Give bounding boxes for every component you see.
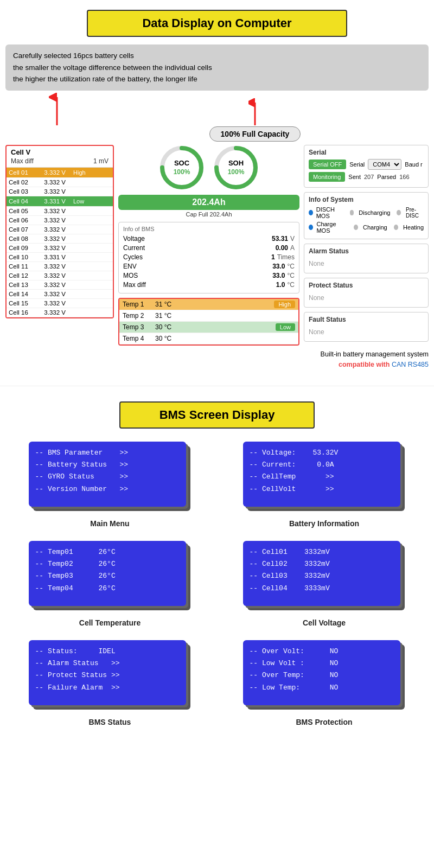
bms-info-row: Voltage 53.31V bbox=[123, 234, 295, 244]
builtin-line2-prefix: compatible with bbox=[339, 361, 392, 368]
screen-line: -- Voltage: 53.32V bbox=[250, 447, 394, 459]
disch-mos-row: DISCH MOS Discharging Pre-DISC bbox=[309, 206, 424, 219]
screen-front: -- Over Volt: NO-- Low Volt : NO-- Over … bbox=[243, 640, 400, 705]
bms-info-name: Voltage bbox=[123, 235, 145, 242]
alarm-section: Alarm Status None bbox=[304, 244, 429, 273]
cell-row: Cell 11 3.332 V bbox=[7, 262, 113, 271]
cell-voltage: 3.332 V bbox=[36, 226, 66, 233]
cell-voltage: 3.332 V bbox=[36, 300, 66, 307]
capacity-label: 100% Full Capacity bbox=[209, 126, 301, 142]
screen-front: -- Status: IDEL-- Alarm Status >>-- Prot… bbox=[29, 640, 186, 705]
screen-stack: -- Over Volt: NO-- Low Volt : NO-- Over … bbox=[243, 640, 406, 713]
temp-name: Temp 2 bbox=[123, 312, 155, 320]
cell-row: Cell 13 3.332 V bbox=[7, 280, 113, 290]
screen-item: -- Over Volt: NO-- Low Volt : NO-- Over … bbox=[225, 640, 423, 726]
gauge-soh-label: SOH 100% bbox=[228, 159, 245, 176]
screen-line: -- Temp03 26°C bbox=[35, 570, 180, 582]
cell-name: Cell 02 bbox=[9, 179, 36, 186]
cell-row: Cell 06 3.332 V bbox=[7, 216, 113, 225]
parsed-value: 166 bbox=[399, 174, 409, 180]
cell-name: Cell 16 bbox=[9, 309, 36, 316]
cell-name: Cell 15 bbox=[9, 300, 36, 307]
builtin-note: Built-in battery management system compa… bbox=[5, 349, 429, 370]
monitoring-button[interactable]: Monitoring bbox=[309, 172, 345, 182]
screen-line: -- CellTemp >> bbox=[250, 471, 394, 483]
cell-voltage: 3.332 V bbox=[36, 291, 66, 297]
screen-line: -- Low Temp: NO bbox=[250, 682, 394, 694]
bms-info-value: 1.0 bbox=[276, 281, 285, 289]
section-bms-screen: BMS Screen Display -- BMS Parameter >>--… bbox=[0, 392, 434, 737]
screen-line: -- Version Number >> bbox=[35, 483, 180, 495]
temp-row: Temp 1 31 °C High bbox=[119, 299, 298, 310]
screen-line: -- Cell01 3332mV bbox=[250, 546, 394, 558]
temp-value: 31 °C bbox=[155, 301, 274, 308]
cell-name: Cell 11 bbox=[9, 263, 36, 270]
cell-name: Cell 07 bbox=[9, 226, 36, 233]
cell-name: Cell 06 bbox=[9, 217, 36, 224]
cap-bar-sub: Cap Full 202.4Ah bbox=[118, 211, 299, 218]
section-data-display: Data Display on Computer Carefully selec… bbox=[0, 0, 434, 380]
cell-name: Cell 05 bbox=[9, 208, 36, 214]
bms-info-unit: V bbox=[290, 235, 295, 242]
screen-line: -- Over Temp: NO bbox=[250, 669, 394, 681]
main-title: Data Display on Computer bbox=[87, 10, 347, 37]
predisch-label: Pre-DISC bbox=[406, 207, 424, 219]
screen-line: -- Temp01 26°C bbox=[35, 546, 180, 558]
cell-row: Cell 01 3.332 V High bbox=[7, 168, 113, 178]
cell-name: Cell 14 bbox=[9, 291, 36, 297]
bms-info-unit: A bbox=[290, 244, 295, 252]
screen-stack: -- BMS Parameter >>-- Battery Status >>-… bbox=[29, 442, 192, 515]
screen-item: -- Status: IDEL-- Alarm Status >>-- Prot… bbox=[11, 640, 209, 726]
serial-port-select[interactable]: COM4 bbox=[368, 159, 401, 170]
screen-caption: BMS Status bbox=[89, 718, 131, 726]
cell-voltage: 3.332 V bbox=[36, 235, 66, 242]
screen-line: -- Failure Alarm >> bbox=[35, 682, 180, 694]
cell-voltage: 3.332 V bbox=[36, 272, 66, 279]
screen-front: -- Temp01 26°C-- Temp02 26°C-- Temp03 26… bbox=[29, 541, 186, 606]
cell-row: Cell 03 3.332 V bbox=[7, 187, 113, 196]
bms-info-value: 53.31 bbox=[272, 235, 288, 242]
cell-name: Cell 12 bbox=[9, 272, 36, 279]
screen-front: -- Voltage: 53.32V-- Current: 0.0A-- Cel… bbox=[243, 442, 400, 507]
cell-row: Cell 07 3.332 V bbox=[7, 225, 113, 234]
screen-line: -- Over Volt: NO bbox=[250, 646, 394, 658]
disch-status1: Discharging bbox=[359, 209, 390, 216]
cell-voltage: 3.332 V bbox=[36, 188, 66, 195]
bms-info-row: Max diff 1.0°C bbox=[123, 280, 295, 290]
cell-row: Cell 05 3.332 V bbox=[7, 207, 113, 216]
cell-voltage: 3.332 V bbox=[36, 263, 66, 270]
cell-voltage: 3.332 V bbox=[36, 245, 66, 251]
temp-name: Temp 4 bbox=[123, 335, 155, 342]
cell-name: Cell 04 bbox=[9, 198, 36, 205]
temp-name: Temp 1 bbox=[123, 301, 155, 308]
screen-front: -- Cell01 3332mV-- Cell02 3332mV-- Cell0… bbox=[243, 541, 400, 606]
cell-name: Cell 01 bbox=[9, 169, 36, 176]
cell-name: Cell 10 bbox=[9, 254, 36, 260]
gauges-row: SOC 100% SOH 100% bbox=[118, 145, 299, 190]
arrow-up-left-icon bbox=[49, 93, 65, 125]
cell-row: Cell 14 3.332 V bbox=[7, 290, 113, 299]
screen-stack: -- Cell01 3332mV-- Cell02 3332mV-- Cell0… bbox=[243, 541, 406, 614]
screen-line: -- Current: 0.0A bbox=[250, 459, 394, 471]
serial-off-button[interactable]: Serial OFF bbox=[309, 159, 346, 169]
main-data-row: Cell V Max diff 1 mV Cell 01 3.332 V Hig… bbox=[5, 145, 429, 346]
bms-info-title: Info of BMS bbox=[123, 226, 295, 232]
screen-line: -- CellVolt >> bbox=[250, 483, 394, 495]
charge-dot-icon bbox=[309, 225, 313, 230]
cell-panel-sub: Max diff 1 mV bbox=[7, 157, 113, 168]
bms-info-name: Max diff bbox=[123, 281, 146, 289]
alarm-title: Alarm Status bbox=[309, 247, 424, 255]
bms-info-name: ENV bbox=[123, 263, 137, 270]
bms-info-name: Current bbox=[123, 244, 145, 252]
screen-line: -- Status: IDEL bbox=[35, 646, 180, 658]
temp-value: 30 °C bbox=[155, 323, 276, 331]
temp-table: Temp 1 31 °C High Temp 2 31 °C Temp 3 30… bbox=[118, 298, 299, 346]
screen-line: -- Alarm Status >> bbox=[35, 658, 180, 669]
bms-info-name: Cycles bbox=[123, 253, 143, 261]
bms-info-row: Cycles 1Times bbox=[123, 253, 295, 262]
screen-line: -- Low Volt : NO bbox=[250, 658, 394, 669]
temp-badge: High bbox=[274, 301, 295, 308]
gauge-soc-label: SOC 100% bbox=[174, 159, 190, 176]
cell-name: Cell 08 bbox=[9, 235, 36, 242]
cell-row: Cell 02 3.332 V bbox=[7, 178, 113, 187]
